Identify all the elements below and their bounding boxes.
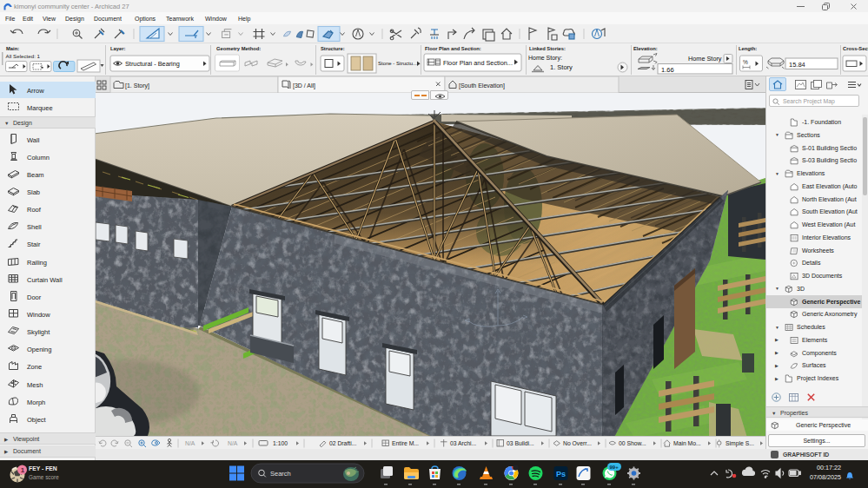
svg-text:Home Story: Home Story [688,55,722,63]
svg-text:Ps: Ps [556,470,566,478]
svg-text:Length:: Length: [739,46,757,51]
svg-text:[South Elevation]: [South Elevation] [459,82,505,89]
svg-text:Floor Plan and Section...: Floor Plan and Section... [443,59,513,67]
svg-text:1:100: 1:100 [273,440,288,446]
svg-text:FEY - FEN: FEY - FEN [29,465,57,472]
svg-text:Main Mo...: Main Mo... [673,440,701,446]
svg-text:99+: 99+ [610,465,620,470]
svg-text:1.66: 1.66 [661,66,674,74]
svg-text:15.84: 15.84 [789,61,805,69]
svg-text:Home Story:: Home Story: [528,55,562,62]
svg-text:03 Buildi...: 03 Buildi... [507,440,534,446]
svg-text:No Overr...: No Overr... [563,440,592,446]
svg-text:[1. Story]: [1. Story] [125,82,149,89]
svg-text:Layer:: Layer: [110,46,125,51]
svg-text:Linked Stories:: Linked Stories: [529,46,566,51]
svg-text:03 Archi...: 03 Archi... [450,440,476,446]
svg-text:Stone - Structu...: Stone - Structu... [378,61,417,66]
svg-text:Simple S...: Simple S... [726,440,754,447]
svg-text:Elevation:: Elevation: [633,46,658,51]
svg-text:N/A: N/A [185,440,195,446]
svg-text:02 Drafti...: 02 Drafti... [329,440,356,446]
svg-text:N/A: N/A [228,440,238,446]
svg-text:07/08/2025: 07/08/2025 [810,473,841,481]
svg-text:Search: Search [270,470,291,478]
svg-text:00 Show...: 00 Show... [619,440,646,446]
svg-text:00:17:22: 00:17:22 [817,464,841,472]
svg-text:1: 1 [21,466,25,474]
svg-text:%: % [743,59,748,65]
svg-text:1. Story: 1. Story [550,63,573,71]
svg-text:All Selected: 1: All Selected: 1 [6,53,41,59]
svg-text:Floor Plan and Section:: Floor Plan and Section: [425,46,481,51]
svg-text:Entire M...: Entire M... [392,440,419,446]
svg-text:[3D / All]: [3D / All] [293,82,315,89]
svg-text:Structural - Bearing: Structural - Bearing [125,60,180,68]
svg-text:Main:: Main: [6,46,19,51]
svg-text:Geometry Method:: Geometry Method: [216,46,261,51]
svg-text:Cross-Secti: Cross-Secti [843,46,868,51]
svg-text:Structure:: Structure: [321,46,345,51]
svg-text:Game score: Game score [29,474,59,480]
